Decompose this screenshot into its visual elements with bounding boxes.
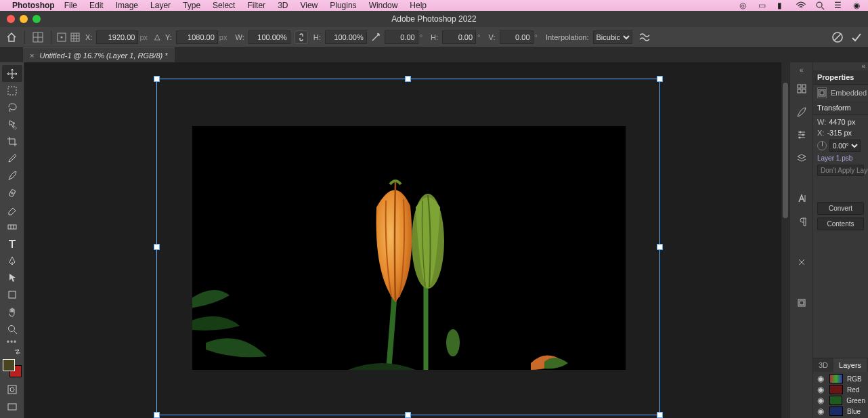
cancel-transform-button[interactable] <box>830 30 845 45</box>
menu-type[interactable]: Type <box>183 1 200 10</box>
menu-layer[interactable]: Layer <box>150 1 171 10</box>
skew-h-input[interactable] <box>442 30 476 44</box>
rect-marquee-tool[interactable] <box>2 82 22 99</box>
scrollbar-thumb[interactable] <box>783 83 788 218</box>
transform-handle-nw[interactable] <box>154 76 160 82</box>
visibility-toggle[interactable]: ◉ <box>816 385 825 394</box>
commit-transform-button[interactable] <box>849 30 864 45</box>
path-select-tool[interactable] <box>2 270 22 287</box>
battery-icon[interactable]: ▮ <box>777 1 787 10</box>
eyedropper-tool[interactable] <box>2 150 22 167</box>
transform-handle-e[interactable] <box>657 244 663 250</box>
transform-reference-icon[interactable] <box>30 30 45 45</box>
menu-file[interactable]: File <box>64 1 77 10</box>
siri-icon[interactable]: ◉ <box>853 1 863 10</box>
quick-select-tool[interactable] <box>2 116 22 133</box>
zoom-window-button[interactable] <box>32 15 41 23</box>
menu-select[interactable]: Select <box>213 1 235 10</box>
x-input[interactable] <box>96 30 138 44</box>
w-input[interactable] <box>248 30 290 44</box>
properties-panel-header[interactable]: Properties <box>813 70 868 85</box>
menu-edit[interactable]: Edit <box>89 1 104 10</box>
canvas-vertical-scrollbar[interactable] <box>781 62 789 418</box>
control-center-icon[interactable]: ☰ <box>834 1 844 10</box>
character-panel-icon[interactable] <box>794 191 809 206</box>
artboards-panel-icon[interactable] <box>794 295 809 310</box>
grid-icon[interactable] <box>70 33 80 42</box>
channel-row[interactable]: ◉ Blue <box>813 406 868 417</box>
menu-view[interactable]: View <box>300 1 318 10</box>
photoshop-menu[interactable]: Photoshop <box>12 1 55 10</box>
linked-file-name[interactable]: Layer 1.psb <box>817 154 864 162</box>
lasso-tool[interactable] <box>2 99 22 116</box>
ref-point-icon[interactable] <box>57 33 66 42</box>
link-wh-button[interactable] <box>295 30 308 44</box>
close-window-button[interactable] <box>7 15 15 23</box>
healing-tool[interactable] <box>2 184 22 201</box>
channel-row[interactable]: ◉ RGB <box>813 373 868 384</box>
search-icon[interactable] <box>815 1 825 10</box>
edit-toolbar-button[interactable]: ••• <box>7 337 18 347</box>
close-tab-button[interactable]: × <box>30 51 34 60</box>
menu-plugins[interactable]: Plugins <box>330 1 356 10</box>
tab-layers[interactable]: Layers <box>833 358 867 372</box>
convert-button[interactable]: Convert <box>817 202 864 215</box>
record-icon[interactable]: ◎ <box>739 1 749 10</box>
visibility-toggle[interactable]: ◉ <box>816 406 825 416</box>
menu-image[interactable]: Image <box>116 1 138 10</box>
pen-tool[interactable] <box>2 253 22 270</box>
fg-bg-swatches[interactable] <box>3 359 22 377</box>
crop-tool[interactable] <box>2 133 22 150</box>
interpolation-select[interactable]: Bicubic <box>593 30 632 44</box>
brushes-panel-icon[interactable] <box>794 104 809 119</box>
menu-help[interactable]: Help <box>410 1 427 10</box>
tools-panel-icon[interactable] <box>794 255 809 270</box>
skew-v-input[interactable] <box>500 30 534 44</box>
angle-select[interactable]: 0.00° <box>829 140 861 152</box>
screen-mode-button[interactable] <box>2 398 22 415</box>
quick-mask-button[interactable] <box>2 381 22 398</box>
transform-handle-n[interactable] <box>405 76 411 82</box>
menu-3d[interactable]: 3D <box>278 1 288 10</box>
menu-filter[interactable]: Filter <box>247 1 265 10</box>
layers-panel-icon[interactable] <box>794 150 809 165</box>
prop-w-value[interactable]: 4470 px <box>829 118 855 126</box>
wifi-icon[interactable] <box>796 1 806 10</box>
adjustments-panel-icon[interactable] <box>794 127 809 142</box>
move-tool[interactable] <box>2 65 22 82</box>
document-canvas[interactable] <box>24 62 789 418</box>
zoom-tool[interactable] <box>2 320 22 337</box>
angle-dial[interactable] <box>817 141 827 150</box>
screen-icon[interactable]: ▭ <box>758 1 768 10</box>
minimize-window-button[interactable] <box>20 15 28 23</box>
hand-tool[interactable] <box>2 304 22 320</box>
contents-button[interactable]: Contents <box>817 217 864 230</box>
channel-row[interactable]: ◉ Green <box>813 395 868 406</box>
paragraph-panel-icon[interactable] <box>794 214 809 229</box>
type-tool[interactable] <box>2 235 22 252</box>
transform-handle-ne[interactable] <box>657 76 663 82</box>
h-input[interactable] <box>325 30 367 44</box>
gradient-tool[interactable] <box>2 218 22 235</box>
shape-tool[interactable] <box>2 287 22 304</box>
collapse-panels-button[interactable]: « <box>813 62 868 70</box>
rotate-input[interactable] <box>385 30 418 44</box>
dont-apply-button[interactable]: Don't Apply Layer Comp <box>817 165 864 176</box>
menu-window[interactable]: Window <box>369 1 398 10</box>
visibility-toggle[interactable]: ◉ <box>816 374 825 383</box>
fg-bg-swap-icon[interactable] <box>13 347 22 356</box>
transform-handle-se[interactable] <box>657 412 663 418</box>
transform-handle-sw[interactable] <box>154 412 160 418</box>
transform-handle-w[interactable] <box>154 244 160 250</box>
brush-tool[interactable] <box>2 167 22 184</box>
channel-row[interactable]: ◉ Red <box>813 384 868 395</box>
warp-icon[interactable] <box>639 33 650 42</box>
eraser-tool[interactable] <box>2 201 22 218</box>
y-input[interactable] <box>176 30 218 44</box>
prop-x-value[interactable]: -315 px <box>827 129 852 137</box>
expand-dock-button[interactable]: « <box>800 66 804 73</box>
delta-icon[interactable]: △ <box>154 33 160 41</box>
history-panel-icon[interactable] <box>794 81 809 96</box>
home-button[interactable] <box>4 30 19 45</box>
tab-3d[interactable]: 3D <box>813 358 833 372</box>
